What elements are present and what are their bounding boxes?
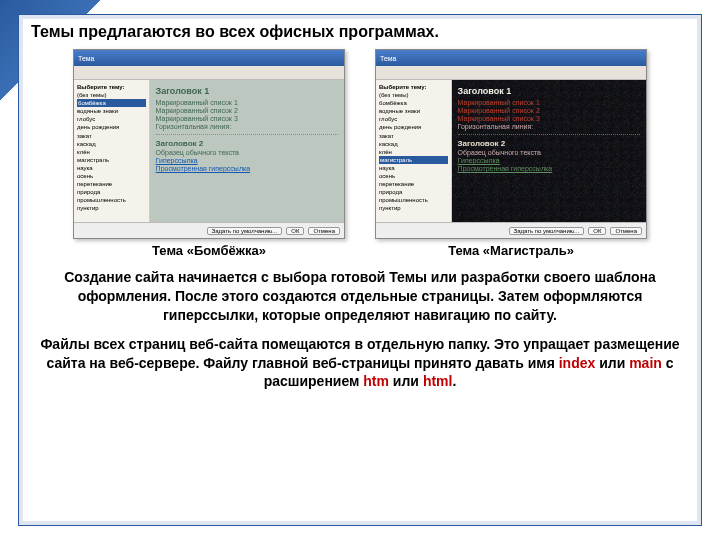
screenshot-bombezhka: Тема Выберите тему:(без темы)бомбёжкавод… — [73, 49, 345, 258]
theme-option[interactable]: бомбёжка — [77, 99, 146, 107]
screenshot-magistral: Тема Выберите тему:(без темы)бомбёжкавод… — [375, 49, 647, 258]
preview-h1: Заголовок 1 — [458, 86, 640, 96]
kw-index: index — [559, 355, 596, 371]
apply-button[interactable]: Задать по умолчанию... — [509, 227, 585, 235]
theme-option[interactable]: магистраль — [77, 156, 146, 164]
kw-main: main — [629, 355, 662, 371]
theme-option[interactable]: бомбёжка — [379, 99, 448, 107]
cancel-button[interactable]: Отмена — [610, 227, 642, 235]
theme-option[interactable]: пунктир — [379, 204, 448, 212]
paragraph-1: Создание сайта начинается с выбора готов… — [35, 268, 685, 325]
preview-pane: Заголовок 1 Маркированный список 1 Марки… — [150, 80, 344, 222]
theme-option[interactable]: каскад — [379, 140, 448, 148]
theme-option[interactable]: глобус — [77, 115, 146, 123]
win-title: Тема — [74, 50, 344, 66]
theme-option[interactable]: день рождения — [77, 123, 146, 131]
preview-bullet: Маркированный список 2 — [156, 107, 338, 114]
caption-magistral: Тема «Магистраль» — [448, 243, 574, 258]
theme-option[interactable]: каскад — [77, 140, 146, 148]
preview-bullet: Маркированный список 3 — [156, 115, 338, 122]
kw-htm: htm — [363, 373, 389, 389]
theme-option[interactable]: наука — [379, 164, 448, 172]
theme-option[interactable]: природа — [379, 188, 448, 196]
theme-option[interactable]: природа — [77, 188, 146, 196]
theme-option[interactable]: перетекание — [379, 180, 448, 188]
preview-visited-link: Просмотренная гиперссылка — [458, 165, 640, 172]
theme-option[interactable]: промышленность — [77, 196, 146, 204]
dialog-footer: Задать по умолчанию... ОК Отмена — [376, 222, 646, 238]
preview-bullet: Маркированный список 2 — [458, 107, 640, 114]
theme-list: Выберите тему:(без темы)бомбёжкаводяные … — [74, 80, 150, 222]
win-title: Тема — [376, 50, 646, 66]
preview-link: Гиперссылка — [156, 157, 338, 164]
theme-option[interactable]: (без темы) — [77, 91, 146, 99]
theme-option[interactable]: клён — [77, 148, 146, 156]
ok-button[interactable]: ОК — [588, 227, 606, 235]
toolbar — [74, 66, 344, 80]
cancel-button[interactable]: Отмена — [308, 227, 340, 235]
theme-option[interactable]: магистраль — [379, 156, 448, 164]
apply-button[interactable]: Задать по умолчанию... — [207, 227, 283, 235]
preview-h1: Заголовок 1 — [156, 86, 338, 96]
caption-bombezhka: Тема «Бомбёжка» — [152, 243, 266, 258]
theme-option[interactable]: пунктир — [77, 204, 146, 212]
text: или — [595, 355, 629, 371]
preview-bullet: Маркированный список 1 — [156, 99, 338, 106]
theme-option[interactable]: (без темы) — [379, 91, 448, 99]
theme-option[interactable]: наука — [77, 164, 146, 172]
text: . — [452, 373, 456, 389]
theme-list: Выберите тему:(без темы)бомбёжкаводяные … — [376, 80, 452, 222]
preview-text: Образец обычного текста — [156, 149, 338, 156]
theme-option[interactable]: перетекание — [77, 180, 146, 188]
theme-option[interactable]: водяные знаки — [77, 107, 146, 115]
theme-option[interactable]: закат — [77, 132, 146, 140]
theme-option[interactable]: осень — [77, 172, 146, 180]
theme-option[interactable]: водяные знаки — [379, 107, 448, 115]
theme-option[interactable]: глобус — [379, 115, 448, 123]
preview-hr-label: Горизонтальная линия: — [156, 123, 338, 130]
ok-button[interactable]: ОК — [286, 227, 304, 235]
toolbar — [376, 66, 646, 80]
theme-option[interactable]: промышленность — [379, 196, 448, 204]
preview-link: Гиперссылка — [458, 157, 640, 164]
preview-hr-label: Горизонтальная линия: — [458, 123, 640, 130]
preview-bullet: Маркированный список 1 — [458, 99, 640, 106]
preview-pane: Заголовок 1 Маркированный список 1 Марки… — [452, 80, 646, 222]
preview-h2: Заголовок 2 — [458, 139, 640, 148]
theme-option[interactable]: осень — [379, 172, 448, 180]
preview-text: Образец обычного текста — [458, 149, 640, 156]
kw-html: html — [423, 373, 453, 389]
page-title: Темы предлагаются во всех офисных програ… — [31, 23, 689, 41]
preview-visited-link: Просмотренная гиперссылка — [156, 165, 338, 172]
screenshot-row: Тема Выберите тему:(без темы)бомбёжкавод… — [31, 49, 689, 258]
theme-option[interactable]: закат — [379, 132, 448, 140]
dialog-footer: Задать по умолчанию... ОК Отмена — [74, 222, 344, 238]
theme-option[interactable]: клён — [379, 148, 448, 156]
theme-option[interactable]: день рождения — [379, 123, 448, 131]
preview-h2: Заголовок 2 — [156, 139, 338, 148]
paragraph-2: Файлы всех страниц веб-сайта помещаются … — [35, 335, 685, 392]
preview-bullet: Маркированный список 3 — [458, 115, 640, 122]
text: или — [389, 373, 423, 389]
